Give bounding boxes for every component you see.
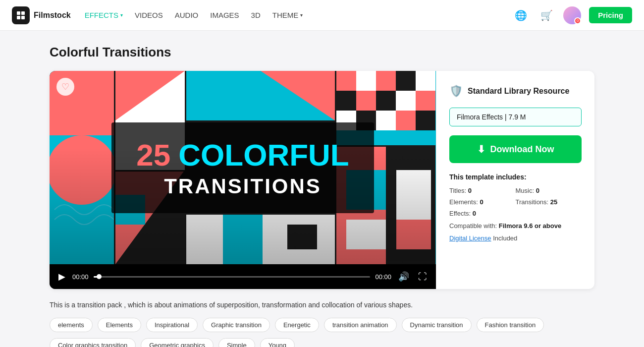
license-link[interactable]: Digital License bbox=[449, 234, 491, 242]
tag-transition-animation[interactable]: transition animation bbox=[324, 318, 397, 332]
page-title: Colorful Transitions bbox=[50, 45, 594, 60]
transitions-val: 25 bbox=[550, 198, 557, 206]
nav-items: EFFECTS ▾ VIDEOS AUDIO IMAGES 3D THEME ▾ bbox=[85, 11, 498, 19]
page-content: Colorful Transitions bbox=[0, 31, 644, 347]
play-button[interactable]: ▶ bbox=[56, 271, 67, 282]
chevron-down-icon: ▾ bbox=[300, 12, 303, 18]
library-label: Standard Library Resource bbox=[468, 87, 569, 96]
elements-item: Elements: 0 bbox=[449, 198, 516, 206]
right-panel: 🛡️ Standard Library Resource Filmora Eff… bbox=[436, 71, 594, 289]
description-text: This is a transition pack , which is abo… bbox=[50, 301, 594, 309]
logo-icon bbox=[12, 6, 30, 24]
transitions-item: Transitions: 25 bbox=[516, 198, 582, 206]
tag-elements[interactable]: elements bbox=[50, 318, 93, 332]
notification-badge: 0 bbox=[574, 17, 581, 24]
svg-rect-1 bbox=[21, 11, 25, 15]
logo-link[interactable]: Filmstock bbox=[12, 6, 71, 24]
navbar: Filmstock EFFECTS ▾ VIDEOS AUDIO IMAGES … bbox=[0, 0, 644, 31]
video-controls: ▶ 00:00 00:00 🔊 ⛶ bbox=[50, 264, 436, 289]
titles-item: Titles: 0 bbox=[449, 187, 516, 194]
overlay-colorful: COLORFUL bbox=[178, 137, 349, 173]
titles-val: 0 bbox=[468, 187, 472, 194]
effects-val: 0 bbox=[473, 210, 476, 217]
tag-energetic[interactable]: Energetic bbox=[275, 318, 319, 332]
pricing-button[interactable]: Pricing bbox=[589, 7, 632, 23]
tag-dynamic-transition[interactable]: Dynamic transition bbox=[402, 318, 472, 332]
download-label: Download Now bbox=[490, 144, 554, 155]
cart-icon[interactable]: 🛒 bbox=[537, 6, 555, 24]
shield-icon: 🛡️ bbox=[449, 85, 463, 98]
time-current: 00:00 bbox=[72, 273, 89, 281]
compat-text: Compatible with: Filmora 9.6 or above bbox=[449, 222, 582, 230]
svg-rect-3 bbox=[21, 16, 25, 19]
nav-images[interactable]: IMAGES bbox=[210, 11, 239, 19]
fullscreen-button[interactable]: ⛶ bbox=[416, 272, 429, 282]
chevron-down-icon: ▾ bbox=[120, 12, 123, 18]
progress-dot bbox=[97, 274, 102, 279]
tags-row-2: Color graphics transition Geometric grap… bbox=[50, 338, 594, 347]
tag-elements2[interactable]: Elements bbox=[98, 318, 141, 332]
file-tag: Filmora Effects | 7.9 M bbox=[449, 108, 582, 126]
tag-fashion-transition[interactable]: Fashion transition bbox=[477, 318, 544, 332]
compat-val: Filmora 9.6 or above bbox=[499, 222, 561, 230]
elements-val: 0 bbox=[480, 198, 483, 206]
tag-young[interactable]: Young bbox=[260, 338, 295, 347]
video-section: 25 COLORFUL TRANSITIONS ♡ ▶ 00:00 bbox=[50, 71, 436, 289]
music-item: Music: 0 bbox=[516, 187, 582, 194]
library-header: 🛡️ Standard Library Resource bbox=[449, 85, 582, 98]
nav-effects[interactable]: EFFECTS ▾ bbox=[85, 11, 123, 19]
tag-simple[interactable]: Simple bbox=[218, 338, 255, 347]
volume-button[interactable]: 🔊 bbox=[396, 271, 411, 282]
video-thumbnail: 25 COLORFUL TRANSITIONS ♡ bbox=[50, 71, 436, 264]
video-overlay: 25 COLORFUL TRANSITIONS bbox=[50, 71, 436, 264]
nav-audio[interactable]: AUDIO bbox=[175, 11, 199, 19]
download-button[interactable]: ⬇ Download Now bbox=[449, 135, 582, 163]
svg-rect-0 bbox=[17, 11, 20, 15]
globe-icon[interactable]: 🌐 bbox=[512, 6, 530, 24]
effects-item: Effects: 0 bbox=[449, 210, 516, 217]
template-info: This template includes: Titles: 0 Music:… bbox=[449, 173, 582, 242]
template-includes-heading: This template includes: bbox=[449, 173, 582, 181]
main-card: 25 COLORFUL TRANSITIONS ♡ ▶ 00:00 bbox=[50, 71, 594, 289]
nav-3d[interactable]: 3D bbox=[251, 11, 261, 19]
logo-text: Filmstock bbox=[34, 11, 71, 20]
progress-fill bbox=[94, 276, 99, 278]
svg-rect-2 bbox=[17, 16, 20, 19]
nav-right: 🌐 🛒 0 Pricing bbox=[512, 6, 632, 24]
tag-inspirational[interactable]: Inspirational bbox=[146, 318, 198, 332]
license-suffix: Included bbox=[493, 234, 517, 242]
overlay-number: 25 bbox=[136, 137, 170, 173]
music-val: 0 bbox=[536, 187, 539, 194]
nav-theme[interactable]: THEME ▾ bbox=[272, 11, 303, 19]
favorite-button[interactable]: ♡ bbox=[56, 78, 74, 96]
nav-videos[interactable]: VIDEOS bbox=[135, 11, 163, 19]
user-avatar[interactable]: 0 bbox=[563, 6, 581, 24]
overlay-text-block: 25 COLORFUL TRANSITIONS bbox=[111, 122, 374, 213]
tag-color-graphics-transition[interactable]: Color graphics transition bbox=[50, 338, 136, 347]
tags-row-1: elements Elements Inspirational Graphic … bbox=[50, 318, 594, 332]
overlay-big: 25 COLORFUL bbox=[136, 137, 349, 173]
download-icon: ⬇ bbox=[477, 143, 485, 155]
info-grid: Titles: 0 Music: 0 Elements: 0 Transitio… bbox=[449, 187, 582, 217]
video-progress-bar[interactable] bbox=[94, 276, 371, 278]
tag-graphic-transition[interactable]: Graphic transition bbox=[203, 318, 270, 332]
license-row: Digital License Included bbox=[449, 234, 582, 242]
tag-geometric-graphics[interactable]: Geometric graphics bbox=[141, 338, 214, 347]
overlay-transitions: TRANSITIONS bbox=[136, 174, 349, 198]
time-total: 00:00 bbox=[375, 273, 391, 281]
